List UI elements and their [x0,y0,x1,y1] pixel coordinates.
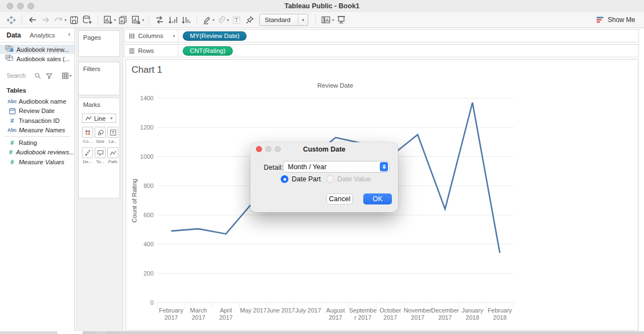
mark-path-button[interactable]: Path [107,147,118,164]
forward-button[interactable] [40,13,52,26]
sort-descending-button[interactable] [180,13,192,26]
y-tick-label: 600 [144,212,154,218]
field-item[interactable]: Review Date [0,106,74,116]
x-axis-label: February2018 [488,307,512,321]
chevron-down-icon: ▾ [114,18,116,23]
columns-pill[interactable]: MY(Review Date) [183,31,247,41]
toolbar-separator [149,14,149,25]
pages-label: Pages [83,34,119,41]
x-axis-label: August2017 [326,307,345,321]
rows-pill[interactable]: CNT(Rating) [183,46,233,56]
tables-header: Tables [7,87,74,94]
show-me-button[interactable]: Show Me [596,16,640,24]
show-hide-cards-button[interactable]: ▾ [320,13,334,26]
field-item[interactable]: AbcMeasure Names [0,126,74,136]
mark-color-button[interactable]: Co... [82,127,93,144]
x-axis-label: July 2017 [295,307,321,314]
dialog-titlebar: Custom Date [250,142,398,156]
date-part-radio[interactable]: Date Part [281,175,321,183]
x-axis-label: December2017 [431,307,459,321]
field-item[interactable]: #Rating [0,138,74,148]
new-worksheet-button[interactable]: ▾ [102,13,116,26]
text-label-button[interactable] [230,13,242,26]
sheet-title[interactable]: Chart 1 [132,64,162,76]
ok-button[interactable]: OK [363,193,392,204]
filter-fields-icon[interactable] [46,72,53,79]
fit-mode-select[interactable]: Standard ▾ [259,14,308,26]
toolbar-separator [21,14,22,25]
undo-redo-button[interactable]: ▾ [53,13,67,26]
mark-label-button[interactable]: La... [107,127,118,144]
paperclip-button[interactable]: ▾ [216,13,229,26]
dialog-title: Custom Date [250,146,398,153]
detail-dropdown-value: Month / Year [283,163,380,171]
new-sheet-tab-button[interactable] [83,331,95,334]
field-item[interactable]: #Measure Values [0,157,74,167]
titlebar: Tableau Public - Book1 [0,0,644,13]
rows-label: Rows [138,47,154,54]
mark-type-value: Line [94,115,106,122]
search-input[interactable]: Search [7,72,31,79]
chevron-down-icon: ▾ [142,18,144,23]
chevron-down-icon: ▾ [227,18,229,23]
active-sheet-tab[interactable] [57,331,83,334]
back-button[interactable] [26,13,39,26]
marks-label: Marks [83,101,119,108]
save-button[interactable] [68,13,80,26]
field-item[interactable]: #Transaction ID [0,116,74,126]
x-axis-label: February2017 [159,307,184,321]
y-tick-label: 800 [144,182,154,189]
chevron-down-icon: ▾ [64,18,67,23]
add-data-button[interactable] [81,13,93,26]
mark-tooltip-button[interactable]: To... [95,147,106,164]
view-options-icon[interactable] [62,72,69,79]
search-icon [34,72,41,79]
mark-detail-button[interactable]: De... [82,147,93,164]
radio-selected-icon [281,175,288,183]
chevron-down-icon: ▾ [298,14,308,25]
mark-size-button[interactable]: Size [95,127,106,144]
mark-label-icon [107,127,118,138]
pages-shelf[interactable]: Pages [78,30,120,57]
field-name: Rating [19,139,37,146]
filters-label: Filters [83,66,119,72]
field-item[interactable]: #Audiobook reviews... [0,148,74,158]
mark-type-select[interactable]: Line ▼ [82,114,116,123]
text-field-icon: Abc [6,127,19,133]
date-part-label: Date Part [292,175,321,183]
rows-shelf[interactable]: Rows CNT(Rating) [124,44,639,57]
date-value-radio: Date Value [326,175,371,183]
swap-axes-button[interactable] [154,13,166,26]
filters-shelf[interactable]: Filters [78,62,120,95]
mark-button-label: Path [108,159,117,164]
radio-disabled-icon [326,175,334,183]
window-title: Tableau Public - Book1 [0,2,644,10]
sort-ascending-button[interactable] [167,13,179,26]
columns-shelf[interactable]: Columns ▾ MY(Review Date) [124,29,639,42]
mark-path-icon [107,147,118,158]
x-axis-label: May 2017 [240,307,266,314]
field-item[interactable]: AbcAudiobook name [0,96,74,106]
show-me-icon [596,16,605,24]
datasource-item[interactable]: Audiobook review... [0,45,74,54]
new-dashboard-tab-button[interactable] [95,331,106,334]
tab-analytics[interactable]: Analytics [30,32,55,39]
field-name: Transaction ID [19,117,59,124]
datasource-item[interactable]: Audiobook sales (... [0,54,74,63]
presentation-mode-button[interactable] [335,13,347,26]
custom-date-dialog: Custom Date Detail: Month / Year Date Pa… [250,142,398,212]
clear-sheet-button[interactable]: ▾ [130,13,144,26]
new-story-tab-button[interactable] [106,331,118,334]
data-pane: Data Analytics ‹ Audiobook review...Audi… [0,28,75,331]
tab-data[interactable]: Data [7,31,21,39]
date-type-radios: Date Part Date Value [281,175,371,183]
cancel-button[interactable]: Cancel [326,193,353,204]
duplicate-sheet-button[interactable] [117,13,129,26]
y-tick-label: 1400 [140,95,154,101]
pin-button[interactable] [243,13,255,26]
collapse-pane-icon[interactable]: ‹ [68,30,70,38]
calendar-icon [6,107,19,115]
tableau-logo-icon[interactable] [5,13,17,26]
highlight-button[interactable]: ▾ [201,13,215,26]
detail-dropdown[interactable]: Month / Year [283,161,390,173]
